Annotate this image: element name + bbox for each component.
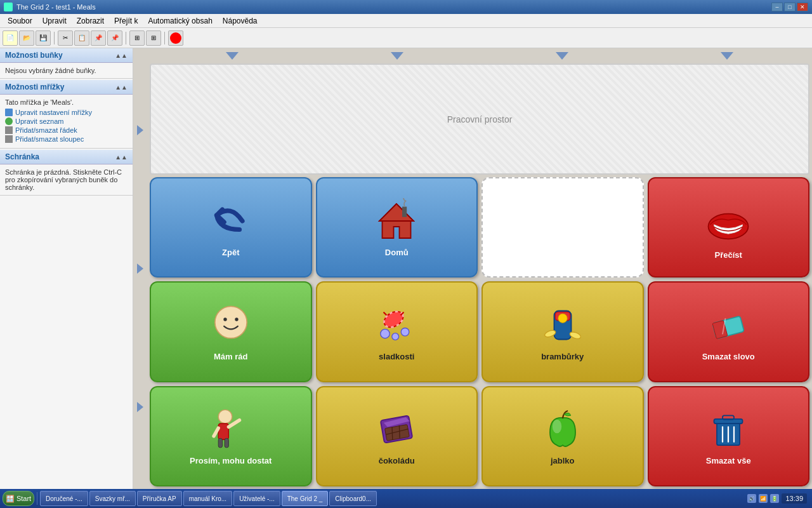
svg-rect-2 [402, 206, 407, 217]
taskbar-btn-3[interactable]: manuál Kro... [183, 491, 232, 506]
cell-cokoladu-label: čokoládu [379, 456, 415, 465]
toolbar-paste2-button[interactable]: 📌 [107, 30, 122, 46]
menu-upravit[interactable]: Upravit [37, 15, 72, 27]
sidebar: Možnosti buňky ▲▲ Nejsou vybrány žádné b… [0, 48, 133, 489]
cell-prectist[interactable]: Přečíst [648, 177, 810, 277]
menu-zobrazit[interactable]: Zobrazit [72, 15, 109, 27]
window-controls: – □ ✕ [771, 3, 808, 11]
cell-domu-label: Domů [385, 248, 409, 257]
top-arrow-4[interactable] [721, 52, 733, 60]
link-upravit-seznam[interactable]: Upravit seznam [5, 117, 128, 125]
grid-options-title[interactable]: Možnosti mřížky [5, 83, 64, 91]
clipboard-header: Schránka ▲▲ [0, 150, 133, 164]
window-title: The Grid 2 - test1 - Meals [16, 3, 96, 11]
svg-point-20 [218, 410, 232, 424]
svg-point-4 [215, 306, 247, 338]
cell-bramburky-label: brambůrky [541, 352, 584, 361]
cell-cokoladu[interactable]: čokoládu [316, 386, 478, 486]
start-orb: 🪟 [6, 495, 15, 503]
cell-jablko[interactable]: jablko [481, 386, 644, 486]
grid-rows: Zpět Domů [150, 177, 809, 486]
link-upravit-nastaveni[interactable]: Upravit nastavení mřížky [5, 109, 128, 116]
taskbar-btn-2[interactable]: Příručka AP [137, 491, 182, 506]
splitter-arrow-3[interactable] [137, 402, 143, 412]
cell-prectist-label: Přečíst [715, 250, 742, 260]
toolbar-cut-button[interactable]: ✂ [58, 30, 73, 46]
toolbar-save-button[interactable]: 💾 [36, 30, 51, 46]
grid-options-section: Možnosti mřížky ▲▲ Tato mřížka je 'Meals… [0, 80, 133, 149]
svg-point-14 [558, 314, 567, 323]
minimize-button[interactable]: – [771, 3, 783, 11]
link-pridat-radek[interactable]: Přidat/smazat řádek [5, 126, 128, 134]
cell-options-collapse[interactable]: ▲▲ [115, 52, 128, 59]
cell-bramburky[interactable]: brambůrky [481, 281, 644, 382]
main-area: Možnosti buňky ▲▲ Nejsou vybrány žádné b… [0, 48, 812, 489]
link-pridat-sloupec[interactable]: Přidat/smazat sloupec [5, 135, 128, 143]
start-button[interactable]: 🪟 Start [3, 491, 34, 506]
svg-point-11 [401, 328, 409, 336]
cell-domu[interactable]: Domů [316, 177, 478, 277]
taskbar-btn-1[interactable]: Svazky mř... [89, 491, 136, 506]
menu-prejit[interactable]: Přejít k [109, 15, 143, 27]
splitter-arrow-1[interactable] [137, 125, 143, 135]
cell-empty[interactable] [481, 177, 644, 277]
cell-zpet[interactable]: Zpět [150, 177, 312, 277]
menubar: Soubor Upravit Zobrazit Přejít k Automat… [0, 14, 812, 28]
toolbar-copy-button[interactable]: 📋 [74, 30, 89, 46]
tray-icon-1[interactable]: 🔊 [747, 494, 756, 503]
clipboard-content: Schránka je prázdná. Stiskněte Ctrl-C pr… [0, 164, 133, 195]
menu-napoveda[interactable]: Nápověda [218, 15, 263, 27]
splitter-arrow-2[interactable] [137, 264, 143, 274]
svg-point-9 [381, 329, 390, 338]
row-icon [5, 126, 13, 134]
taskbar-btn-0[interactable]: Doručené -... [40, 491, 88, 506]
grid-settings-icon [5, 109, 13, 116]
toolbar: 📄 📂 💾 ✂ 📋 📌 📌 ⊞ ⊞ [0, 28, 812, 48]
svg-rect-22 [218, 439, 222, 448]
eraser-icon [705, 302, 751, 348]
maximize-button[interactable]: □ [784, 3, 796, 11]
house-icon [374, 198, 419, 244]
system-clock[interactable]: 13:39 [782, 493, 807, 504]
back-arrow-icon [208, 198, 254, 244]
top-arrow-1[interactable] [226, 52, 239, 60]
svg-line-25 [214, 429, 218, 437]
taskbar-separator [37, 492, 37, 505]
svg-point-5 [223, 318, 226, 321]
menu-soubor[interactable]: Soubor [3, 15, 37, 27]
app-icon [4, 3, 13, 11]
cell-zpet-label: Zpět [222, 248, 239, 257]
tray-icon-3[interactable]: 🔋 [770, 494, 779, 503]
toolbar-new-button[interactable]: 📄 [3, 30, 18, 46]
titlebar: The Grid 2 - test1 - Meals – □ ✕ [0, 0, 812, 14]
cell-jablko-label: jablko [551, 456, 575, 465]
top-arrow-3[interactable] [556, 52, 568, 60]
grid-options-collapse[interactable]: ▲▲ [115, 84, 128, 91]
cell-smazat-slovo[interactable]: Smazat slovo [648, 281, 810, 382]
toolbar-separator-2 [126, 32, 126, 44]
taskbar-btn-5[interactable]: The Grid 2 _ [282, 491, 329, 506]
tray-icon-2[interactable]: 📶 [759, 494, 768, 503]
taskbar-btn-6[interactable]: Clipboard0... [329, 491, 377, 506]
cell-smazat-vse-label: Smazat vše [706, 456, 751, 465]
clipboard-collapse[interactable]: ▲▲ [115, 154, 128, 161]
top-arrow-2[interactable] [391, 52, 403, 60]
svg-rect-23 [225, 439, 228, 448]
toolbar-paste-button[interactable]: 📌 [91, 30, 106, 46]
grid-options-text: Tato mřížka je 'Meals'. [5, 98, 128, 106]
cell-prosim-label: Prosím, mohu dostat [190, 456, 272, 465]
cell-sladkosti[interactable]: sladkosti [316, 281, 478, 382]
toolbar-open-button[interactable]: 📂 [19, 30, 34, 46]
close-button[interactable]: ✕ [797, 3, 808, 11]
taskbar-btn-4[interactable]: Uživatelé -... [233, 491, 280, 506]
toolbar-grid2-button[interactable]: ⊞ [146, 30, 161, 46]
cell-smazat-vse[interactable]: Smazat vše [648, 386, 810, 486]
toolbar-record-button[interactable] [168, 30, 183, 46]
cell-mam-rad[interactable]: Mám rád [150, 281, 312, 382]
toolbar-grid-button[interactable]: ⊞ [129, 30, 145, 46]
cell-prosim[interactable]: Prosím, mohu dostat [150, 386, 312, 486]
menu-automaticky[interactable]: Automatický obsah [143, 15, 217, 27]
cell-options-header: Možnosti buňky ▲▲ [0, 48, 133, 63]
clipboard-title[interactable]: Schránka [5, 152, 39, 161]
cell-options-title[interactable]: Možnosti buňky [5, 51, 63, 60]
